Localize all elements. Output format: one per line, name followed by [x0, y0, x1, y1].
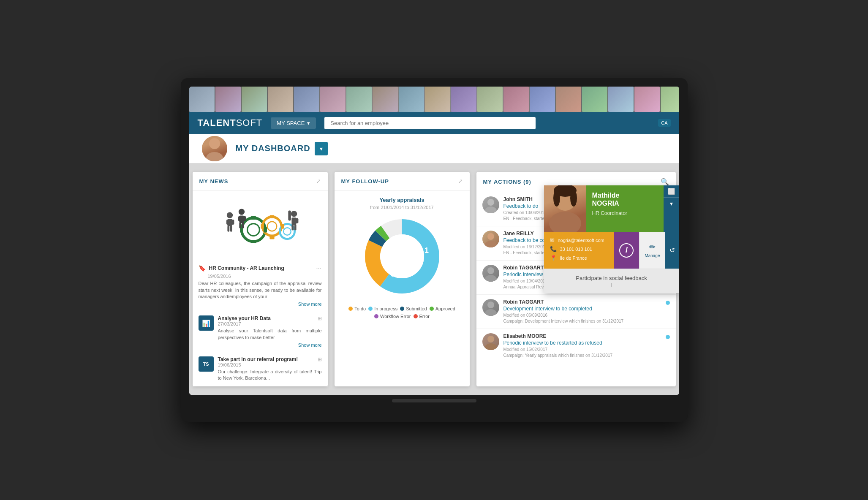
phone-icon: 📞: [550, 246, 557, 252]
legend-workflow-error: Workflow Error: [374, 314, 411, 319]
action-status-dot-3: [666, 301, 670, 305]
profile-phone: 33 101 010 101: [560, 247, 592, 252]
news-content-1: Analyse your HR Data ⊞ 27/03/2017 Analys…: [218, 315, 322, 348]
legend-label-inprogress: In progress: [374, 306, 397, 311]
profile-info-block: Mathilde NOGRIA HR Coordinator: [586, 185, 664, 232]
actions-search-icon[interactable]: 🔍: [661, 178, 669, 186]
svg-point-42: [487, 233, 494, 240]
svg-point-3: [247, 224, 259, 236]
svg-rect-21: [230, 226, 232, 232]
svg-rect-14: [261, 224, 264, 229]
news-show-more-1[interactable]: Show more: [218, 342, 322, 348]
avatar-image: [202, 136, 227, 161]
news-title-0: HR Community - AR Launching: [209, 265, 313, 271]
news-panel-header: MY NEWS ⤢: [193, 172, 328, 191]
action-name-4: Elisabeth MOORE: [503, 333, 661, 339]
manage-label: Manage: [645, 253, 660, 258]
action-info-4: Elisabeth MOORE Periodic interview to be…: [503, 333, 661, 359]
news-image-area: [193, 191, 328, 260]
news-item-1: 📊 Analyse your HR Data ⊞ 27/03/2017 Anal…: [193, 311, 328, 352]
news-text-2: Our challenge: Integrate a diversity of …: [218, 369, 322, 382]
content-wrapper: MY NEWS ⤢: [189, 163, 679, 395]
donut-chart-container: 1 3: [340, 214, 464, 299]
svg-point-28: [291, 211, 297, 217]
svg-point-22: [238, 209, 244, 215]
dashboard-dropdown-button[interactable]: ▾: [315, 142, 328, 155]
profile-minimize-button[interactable]: ⬜: [664, 185, 679, 198]
profile-location: Ile de France: [560, 255, 587, 261]
news-icon-badge-2: ⊞: [318, 356, 322, 362]
legend-label-workflow-error: Workflow Error: [380, 314, 411, 319]
chart-legend: To do In progress Submitted: [340, 303, 464, 322]
profile-top-row: Mathilde NOGRIA HR Coordinator ⬜ ▾: [544, 185, 679, 232]
profile-phone-row: 📞 33 101 010 101: [550, 246, 608, 252]
screen: TALENTSOFT MY SPACE ▾ CA: [189, 87, 679, 395]
news-show-more-0[interactable]: Show more: [199, 302, 322, 307]
followup-expand-icon[interactable]: ⤢: [458, 178, 463, 185]
svg-rect-25: [243, 216, 246, 221]
social-feedback-bar[interactable]: Participate in social feedback |: [544, 269, 679, 293]
svg-point-40: [487, 199, 494, 206]
profile-role: HR Coordinator: [592, 210, 658, 216]
svg-rect-12: [269, 215, 274, 218]
ca-badge: CA: [658, 119, 670, 127]
legend-dot-error: [414, 314, 418, 318]
legend-label-submitted: Submitted: [406, 306, 427, 311]
logo-bold: TALENT: [198, 117, 236, 128]
profile-manage-button[interactable]: ✏ Manage: [639, 232, 665, 269]
svg-point-39: [380, 234, 424, 278]
legend-dot-todo: [348, 307, 353, 311]
gears-people-illustration: [210, 195, 311, 254]
legend-label-approved: Approved: [435, 306, 455, 311]
profile-last-name: NOGRIA: [592, 199, 658, 207]
legend-dot-workflow-error: [374, 314, 378, 318]
legend-dot-inprogress: [368, 307, 373, 311]
profile-chevron-button[interactable]: ▾: [664, 198, 679, 209]
action-info-3: Robin TAGGART Development interview to b…: [503, 299, 661, 324]
profile-first-name: Mathilde: [592, 191, 658, 199]
news-menu-icon-0[interactable]: ···: [316, 264, 321, 272]
profile-dropdown: Mathilde NOGRIA HR Coordinator ⬜ ▾ ✉ no: [544, 185, 679, 293]
employee-search-input[interactable]: [324, 117, 536, 129]
action-avatar-3: [482, 299, 499, 316]
donut-chart: 1 3: [360, 214, 444, 299]
my-space-button[interactable]: MY SPACE ▾: [271, 117, 316, 129]
followup-panel-title: MY FOLLOW-UP: [341, 178, 389, 185]
news-expand-icon[interactable]: ⤢: [316, 178, 321, 185]
nav-right: CA: [658, 119, 670, 127]
chart-subtitle: from 21/01/2014 to 31/12/2017: [340, 205, 464, 210]
news-icon-2: TS: [199, 356, 214, 372]
legend-error: Error: [414, 314, 430, 319]
action-meta-3: Modified on 06/09/2016 Campaign: Develop…: [503, 312, 661, 324]
profile-top-controls: ⬜ ▾: [664, 185, 679, 232]
news-text-1: Analyse your Talentsoft data from multip…: [218, 328, 322, 341]
legend-approved: Approved: [430, 306, 455, 311]
laptop-stand: [392, 399, 476, 402]
dashboard-header: MY DASHBOARD ▾: [189, 134, 679, 163]
news-title-2: Take part in our referral program!: [218, 356, 298, 362]
avatar-silhouette: [202, 136, 227, 161]
legend-inprogress: In progress: [368, 306, 397, 311]
news-panel: MY NEWS ⤢: [193, 172, 328, 386]
svg-rect-8: [250, 216, 256, 220]
profile-middle-row: ✉ nogria@talentsoft.com 📞 33 101 010 101…: [544, 232, 679, 269]
profile-location-row: 📍 Ile de France: [550, 255, 608, 261]
logo-light: SOFT: [236, 117, 263, 128]
svg-rect-18: [226, 220, 229, 225]
bookmark-icon: 🔖: [199, 265, 206, 272]
news-icon-1: 📊: [199, 315, 214, 331]
svg-point-5: [267, 222, 276, 231]
legend-dot-submitted: [400, 307, 404, 311]
email-icon: ✉: [550, 237, 555, 243]
svg-rect-9: [250, 240, 256, 243]
svg-rect-19: [231, 220, 234, 225]
hero-banner: [189, 87, 679, 112]
action-meta-4: Modified on 15/02/2017 Campaign: Yearly …: [503, 347, 661, 359]
social-feedback-label: Participate in social feedback: [576, 275, 647, 281]
action-status-dot-4: [666, 335, 670, 339]
chevron-down-icon: ▾: [307, 120, 310, 126]
svg-point-54: [570, 190, 577, 207]
profile-info-button[interactable]: i: [614, 232, 639, 269]
profile-refresh-button[interactable]: ↺: [665, 232, 679, 269]
svg-rect-33: [294, 224, 296, 230]
